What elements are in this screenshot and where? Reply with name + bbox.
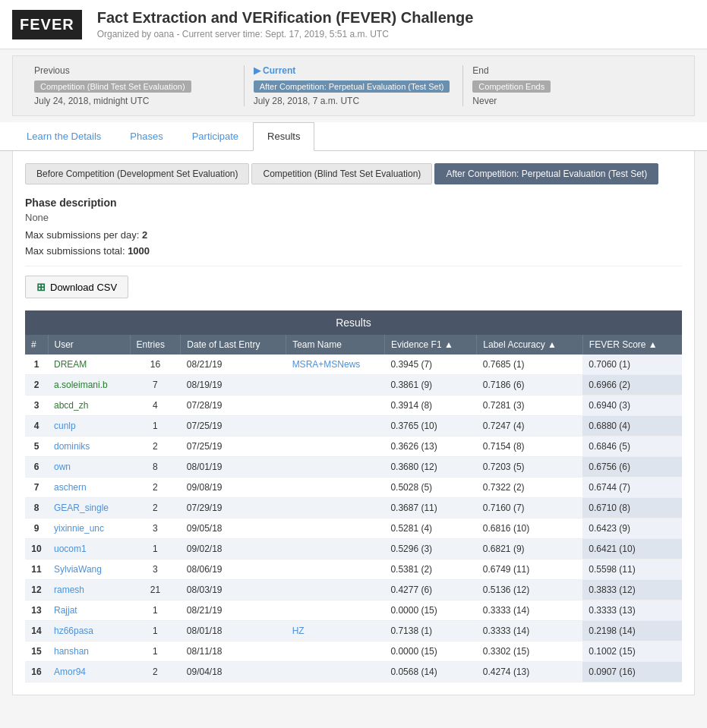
cell-team — [286, 396, 385, 416]
cell-evidence-f1: 0.3626 (13) — [384, 436, 476, 457]
table-row: 15 hanshan 1 08/11/18 0.0000 (15) 0.3302… — [25, 641, 682, 662]
cell-fever-score: 0.0907 (16) — [582, 662, 682, 682]
user-link[interactable]: GEAR_single — [54, 503, 109, 513]
cell-label-accuracy: 0.6821 (9) — [477, 539, 582, 559]
user-link[interactable]: hz66pasa — [54, 626, 93, 636]
cell-date: 08/19/19 — [181, 375, 286, 396]
cell-label-accuracy: 0.5136 (12) — [477, 580, 582, 600]
cell-rank: 11 — [25, 559, 48, 580]
col-user: User — [48, 335, 130, 355]
cell-label-accuracy: 0.7160 (7) — [477, 498, 582, 518]
cell-team — [286, 600, 385, 621]
cell-entries: 1 — [130, 416, 181, 436]
cell-date: 08/06/19 — [181, 559, 286, 580]
cell-entries: 2 — [130, 436, 181, 457]
cell-user: Amor94 — [48, 662, 130, 682]
tab-results[interactable]: Results — [253, 122, 314, 151]
cell-date: 07/28/19 — [181, 396, 286, 416]
user-link[interactable]: DREAM — [54, 359, 87, 370]
user-link[interactable]: Amor94 — [54, 667, 86, 677]
col-label-accuracy: Label Accuracy ▲ — [477, 335, 582, 355]
cell-entries: 2 — [130, 477, 181, 498]
tab-participate[interactable]: Participate — [178, 122, 253, 150]
user-link[interactable]: SylviaWang — [54, 564, 102, 575]
cell-label-accuracy: 0.7203 (5) — [477, 457, 582, 477]
cell-evidence-f1: 0.5296 (3) — [384, 539, 476, 559]
cell-user: Rajjat — [48, 600, 130, 621]
cell-user: SylviaWang — [48, 559, 130, 580]
cell-rank: 1 — [25, 355, 48, 375]
cell-team — [286, 539, 385, 559]
user-link[interactable]: ramesh — [54, 585, 84, 595]
sub-tab-competition[interactable]: Competition (Blind Test Set Evaluation) — [251, 163, 432, 184]
cell-user: own — [48, 457, 130, 477]
cell-rank: 10 — [25, 539, 48, 559]
table-row: 11 SylviaWang 3 08/06/19 0.5381 (2) 0.67… — [25, 559, 682, 580]
user-link[interactable]: uocom1 — [54, 544, 87, 554]
cell-user: hanshan — [48, 641, 130, 662]
user-link[interactable]: aschern — [54, 482, 87, 493]
user-link[interactable]: dominiks — [54, 441, 90, 452]
sub-tab-before-competition[interactable]: Before Competition (Development Set Eval… — [25, 163, 249, 184]
user-link[interactable]: cunlp — [54, 421, 76, 431]
cell-fever-score: 0.6756 (6) — [582, 457, 682, 477]
page-title: Fact Extraction and VERification (FEVER)… — [97, 9, 474, 27]
user-link[interactable]: hanshan — [54, 646, 89, 657]
user-link[interactable]: yixinnie_unc — [54, 523, 104, 534]
cell-entries: 7 — [130, 375, 181, 396]
cell-team — [286, 457, 385, 477]
phase-badge-current: After Competition: Perpetual Evaluation … — [254, 80, 450, 93]
table-row: 2 a.soleimani.b 7 08/19/19 0.3861 (9) 0.… — [25, 375, 682, 396]
cell-user: uocom1 — [48, 539, 130, 559]
cell-date: 09/02/18 — [181, 539, 286, 559]
tabs-nav: Learn the Details Phases Participate Res… — [0, 122, 707, 151]
cell-evidence-f1: 0.3914 (8) — [384, 396, 476, 416]
cell-date: 09/05/18 — [181, 518, 286, 539]
cell-label-accuracy: 0.7322 (2) — [477, 477, 582, 498]
user-link[interactable]: own — [54, 462, 71, 472]
cell-label-accuracy: 0.7685 (1) — [477, 355, 582, 375]
cell-fever-score: 0.3833 (12) — [582, 580, 682, 600]
phase-date-current: July 28, 2018, 7 a.m. UTC — [254, 96, 454, 106]
results-table-title: Results — [25, 310, 682, 335]
tab-phases[interactable]: Phases — [115, 122, 177, 150]
cell-rank: 14 — [25, 621, 48, 641]
table-row: 12 ramesh 21 08/03/19 0.4277 (6) 0.5136 … — [25, 580, 682, 600]
cell-team: MSRA+MSNews — [286, 355, 385, 375]
timeline-phase-current: ▶ Current After Competition: Perpetual E… — [245, 65, 464, 106]
cell-label-accuracy: 0.3333 (14) — [477, 600, 582, 621]
user-link[interactable]: abcd_zh — [54, 400, 88, 411]
col-fever-score: FEVER Score ▲ — [582, 335, 682, 355]
sub-tabs: Before Competition (Development Set Eval… — [25, 163, 682, 184]
header: FEVER Fact Extraction and VERification (… — [0, 0, 707, 49]
cell-user: GEAR_single — [48, 498, 130, 518]
table-row: 10 uocom1 1 09/02/18 0.5296 (3) 0.6821 (… — [25, 539, 682, 559]
cell-team — [286, 477, 385, 498]
team-link[interactable]: HZ — [292, 626, 305, 636]
phase-label-end: End — [472, 65, 673, 76]
max-per-day: Max submissions per day: 2 — [25, 229, 682, 241]
cell-rank: 8 — [25, 498, 48, 518]
cell-fever-score: 0.3333 (13) — [582, 600, 682, 621]
cell-rank: 5 — [25, 436, 48, 457]
sub-tab-after-competition[interactable]: After Competition: Perpetual Evaluation … — [434, 163, 658, 184]
cell-fever-score: 0.6880 (4) — [582, 416, 682, 436]
team-link[interactable]: MSRA+MSNews — [292, 359, 361, 370]
cell-entries: 1 — [130, 539, 181, 559]
cell-date: 08/01/19 — [181, 457, 286, 477]
max-per-day-value: 2 — [142, 229, 147, 241]
cell-date: 08/01/18 — [181, 621, 286, 641]
tab-learn-the-details[interactable]: Learn the Details — [12, 122, 115, 150]
table-row: 1 DREAM 16 08/21/19 MSRA+MSNews 0.3945 (… — [25, 355, 682, 375]
cell-evidence-f1: 0.3765 (10) — [384, 416, 476, 436]
cell-team — [286, 375, 385, 396]
table-row: 8 GEAR_single 2 07/29/19 0.3687 (11) 0.7… — [25, 498, 682, 518]
download-csv-button[interactable]: ⊞ Download CSV — [25, 276, 128, 298]
cell-fever-score: 0.6423 (9) — [582, 518, 682, 539]
cell-user: DREAM — [48, 355, 130, 375]
user-link[interactable]: Rajjat — [54, 605, 77, 616]
cell-rank: 9 — [25, 518, 48, 539]
cell-evidence-f1: 0.3861 (9) — [384, 375, 476, 396]
title-area: Fact Extraction and VERification (FEVER)… — [97, 9, 474, 39]
user-link[interactable]: a.soleimani.b — [54, 380, 108, 390]
